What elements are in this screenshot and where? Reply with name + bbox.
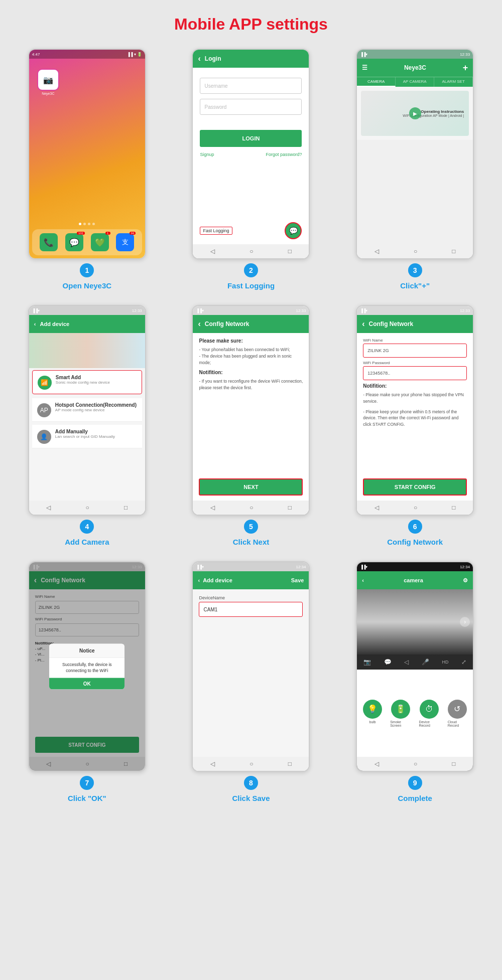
ctrl-back[interactable]: ◁ bbox=[404, 659, 409, 666]
add-device-header: ‹ Add device bbox=[29, 315, 145, 333]
add-device-title: Add device bbox=[40, 321, 70, 327]
nav-square-3[interactable]: □ bbox=[452, 248, 455, 255]
screen-config-notice: ▐▐▾ 12:33 ‹ Config Network WiFi Name ZIL… bbox=[28, 561, 146, 772]
dock-alipay[interactable]: 支 94 bbox=[116, 233, 134, 251]
camera-video: › bbox=[357, 589, 473, 655]
nav-home-5[interactable]: ○ bbox=[249, 504, 253, 511]
wifi-pass-input[interactable]: 12345678.. bbox=[363, 366, 467, 380]
nav-back-8[interactable]: ◁ bbox=[210, 760, 215, 767]
forgot-link[interactable]: Forgot password? bbox=[266, 152, 302, 157]
tab-alarm-set[interactable]: ALARM SET bbox=[434, 77, 473, 87]
nav-bar-8: ◁ ○ □ bbox=[193, 757, 309, 771]
ctrl-hd[interactable]: HD bbox=[442, 660, 449, 665]
step-8-label: Click Save bbox=[232, 794, 270, 802]
nav-square[interactable]: □ bbox=[288, 248, 292, 255]
ctrl-expand[interactable]: ⤢ bbox=[461, 659, 466, 666]
bulb-item: 💡 bulb bbox=[363, 700, 382, 727]
nav-back[interactable]: ◁ bbox=[210, 248, 215, 255]
nav-back-9[interactable]: ◁ bbox=[374, 760, 379, 767]
step-9-label-row: 9 bbox=[408, 776, 422, 790]
nav-back-4[interactable]: ◁ bbox=[46, 504, 51, 511]
device-record-icon[interactable]: ⏱ bbox=[420, 700, 439, 719]
signup-link[interactable]: Signup bbox=[200, 152, 214, 157]
ctrl-screenshot[interactable]: 📷 bbox=[363, 659, 371, 666]
nav-square-8[interactable]: □ bbox=[288, 760, 292, 767]
nav-home[interactable]: ○ bbox=[249, 248, 253, 255]
step-badge-8: 8 bbox=[244, 776, 258, 790]
back-arrow-5[interactable]: ‹ bbox=[198, 319, 200, 329]
device-name-label: DeviceName bbox=[199, 595, 303, 600]
tab-camera[interactable]: CAMERA bbox=[357, 77, 396, 87]
manual-item[interactable]: 👤 Add Manually Lan search or input GID M… bbox=[32, 425, 142, 448]
smart-add-item[interactable]: 📶 Smart Add Sonic mode config new device bbox=[32, 370, 142, 394]
back-arrow-4[interactable]: ‹ bbox=[34, 321, 36, 327]
dock-phone[interactable]: 📞 bbox=[40, 233, 58, 251]
wifi-name-input[interactable]: ZILINK 2G bbox=[363, 344, 467, 358]
neye3c-title: Neye3C bbox=[404, 64, 426, 71]
step-1-label: Open Neye3C bbox=[63, 281, 112, 290]
play-button[interactable]: ▶ bbox=[409, 107, 421, 119]
step-6-label-row: 6 bbox=[408, 520, 422, 534]
status-bar-5: ▐▐▾ 12:33 bbox=[193, 306, 309, 315]
nav-square-6[interactable]: □ bbox=[452, 504, 455, 511]
nav-square-5[interactable]: □ bbox=[288, 504, 292, 511]
back-arrow-icon[interactable]: ‹ bbox=[198, 54, 200, 63]
notifition-label-2: Notifition: bbox=[363, 383, 467, 389]
manual-sub: Lan search or input GID Manually bbox=[55, 434, 115, 439]
nav-home-8[interactable]: ○ bbox=[249, 760, 253, 767]
ctrl-chat[interactable]: 💬 bbox=[384, 659, 392, 666]
ctrl-mic[interactable]: 🎤 bbox=[422, 659, 429, 666]
save-button[interactable]: Save bbox=[291, 577, 304, 583]
step-badge-3: 3 bbox=[408, 263, 422, 277]
nav-home-4[interactable]: ○ bbox=[86, 504, 89, 511]
dock-message[interactable]: 💬 102 bbox=[65, 233, 83, 251]
start-config-button[interactable]: START CONFIG bbox=[363, 478, 467, 496]
status-bar-8: ▐▐▾ 12:34 bbox=[193, 562, 309, 571]
device-name-input[interactable]: CAM1 bbox=[199, 602, 303, 617]
nav-home-3[interactable]: ○ bbox=[414, 248, 417, 255]
cloud-record-icon[interactable]: ↺ bbox=[448, 700, 467, 719]
cloud-record-label: Cloud Record bbox=[448, 720, 467, 727]
nav-home-9[interactable]: ○ bbox=[414, 760, 417, 767]
smart-add-sub: Sonic mode config new device bbox=[56, 380, 110, 385]
nav-square-4[interactable]: □ bbox=[124, 504, 128, 511]
nav-back-6[interactable]: ◁ bbox=[374, 504, 379, 511]
hotspot-title: Hotspot Connection(Recommend) bbox=[55, 402, 137, 408]
tab-ap-camera[interactable]: AP CAMERA bbox=[396, 77, 434, 87]
plus-icon[interactable]: + bbox=[463, 63, 468, 73]
config-body-1: Please make sure: - Your phone/tablet ha… bbox=[193, 333, 309, 473]
status-bar: 4:47 ▐▐ ▾ 🔋 bbox=[29, 50, 145, 59]
back-arrow-9[interactable]: ‹ bbox=[362, 577, 364, 583]
step-4-label: Add Camera bbox=[65, 538, 109, 546]
nav-square-9[interactable]: □ bbox=[452, 760, 455, 767]
password-input[interactable]: Password bbox=[200, 99, 302, 115]
nav-home-6[interactable]: ○ bbox=[414, 504, 417, 511]
back-arrow-6[interactable]: ‹ bbox=[362, 319, 364, 329]
neye3c-icon[interactable]: 📷 bbox=[37, 69, 59, 91]
step-badge-1: 1 bbox=[80, 263, 94, 277]
dock-wechat[interactable]: 💚 1 bbox=[91, 233, 109, 251]
manual-icon: 👤 bbox=[37, 430, 51, 444]
step-9: ▐▐▾ 12:34 ‹ camera ⚙ › 📷 💬 ◁ 🎤 bbox=[338, 561, 492, 802]
ok-button[interactable]: OK bbox=[49, 678, 124, 689]
settings-icon[interactable]: ⚙ bbox=[463, 577, 468, 584]
nav-back-5[interactable]: ◁ bbox=[210, 504, 215, 511]
add-device-save-body: DeviceName CAM1 bbox=[193, 589, 309, 679]
modal-body: Successfully, the device is connecting t… bbox=[49, 658, 124, 678]
video-next-icon[interactable]: › bbox=[460, 617, 470, 627]
bulb-icon[interactable]: 💡 bbox=[363, 700, 382, 719]
menu-icon[interactable]: ☰ bbox=[362, 64, 367, 71]
notifition-label-1: Notifition: bbox=[199, 370, 303, 375]
smoke-icon[interactable]: 🔋 bbox=[391, 700, 410, 719]
username-input[interactable]: Username bbox=[200, 78, 302, 94]
wifi-pass-value: 12345678.. bbox=[367, 371, 390, 376]
login-button[interactable]: LOGIN bbox=[200, 130, 302, 147]
nav-back-3[interactable]: ◁ bbox=[374, 248, 379, 255]
hotspot-item[interactable]: AP Hotspot Connection(Recommend) AP mode… bbox=[32, 398, 142, 422]
wechat-login-button[interactable]: 💬 bbox=[285, 222, 302, 239]
step-badge-6: 6 bbox=[408, 520, 422, 534]
next-button[interactable]: NEXT bbox=[199, 478, 303, 496]
badge-94: 94 bbox=[130, 232, 136, 235]
back-arrow-8[interactable]: ‹ bbox=[198, 577, 200, 583]
step-badge-2: 2 bbox=[244, 263, 258, 277]
